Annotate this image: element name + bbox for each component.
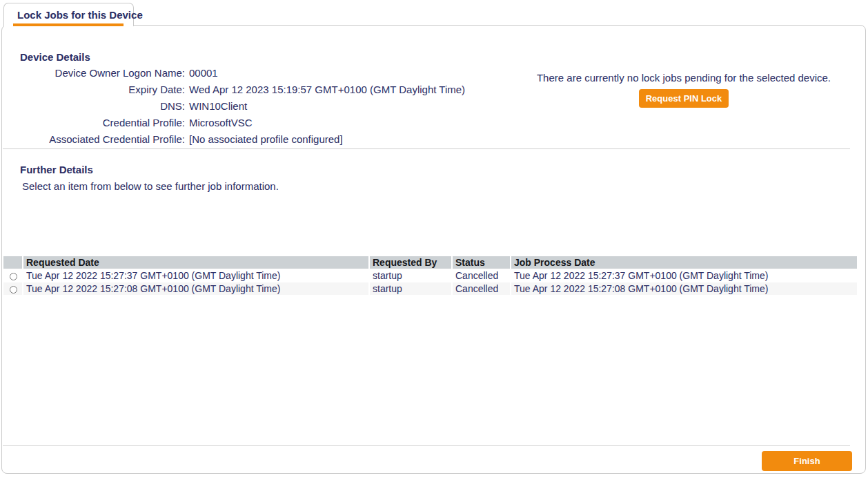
request-pin-lock-button[interactable]: Request PIN Lock xyxy=(639,89,729,108)
detail-value: MicrosoftVSC xyxy=(189,115,253,131)
header-job-process-date: Job Process Date xyxy=(511,256,857,269)
no-lock-jobs-message: There are currently no lock jobs pending… xyxy=(517,72,851,84)
cell-job-process-date: Tue Apr 12 2022 15:27:08 GMT+0100 (GMT D… xyxy=(511,282,857,295)
tab-lock-jobs-for-this-device[interactable]: Lock Jobs for this Device xyxy=(3,3,134,26)
further-details-heading: Further Details xyxy=(20,164,93,175)
row-radio-cell xyxy=(3,282,22,295)
detail-row-associated-credential-profile: Associated Credential Profile: [No assoc… xyxy=(2,131,465,148)
row-radio-cell xyxy=(3,269,22,282)
table-row[interactable]: Tue Apr 12 2022 15:27:08 GMT+0100 (GMT D… xyxy=(3,282,857,295)
cell-requested-by: startup xyxy=(370,282,451,295)
table-row[interactable]: Tue Apr 12 2022 15:27:37 GMT+0100 (GMT D… xyxy=(3,269,857,282)
header-select-column xyxy=(3,256,22,269)
header-status: Status xyxy=(453,256,510,269)
further-details-instruction: Select an item from below to see further… xyxy=(22,180,279,192)
detail-label: Expiry Date: xyxy=(2,81,185,98)
main-panel: Device Details Device Owner Logon Name: … xyxy=(1,25,866,474)
section-divider xyxy=(3,148,850,149)
header-requested-by: Requested By xyxy=(370,256,451,269)
header-requested-date: Requested Date xyxy=(23,256,368,269)
detail-label: Credential Profile: xyxy=(2,115,185,131)
finish-button[interactable]: Finish xyxy=(762,451,852,471)
cell-status: Cancelled xyxy=(453,282,510,295)
pending-jobs-block: There are currently no lock jobs pending… xyxy=(517,72,851,108)
lock-jobs-table: Requested Date Requested By Status Job P… xyxy=(2,256,858,296)
detail-value: 00001 xyxy=(189,65,218,81)
detail-label: Associated Credential Profile: xyxy=(2,131,185,148)
tab-label: Lock Jobs for this Device xyxy=(17,9,143,21)
cell-requested-date: Tue Apr 12 2022 15:27:37 GMT+0100 (GMT D… xyxy=(23,269,368,282)
device-details-list: Device Owner Logon Name: 00001 Expiry Da… xyxy=(2,65,465,148)
detail-row-owner-logon: Device Owner Logon Name: 00001 xyxy=(2,65,465,81)
footer-divider xyxy=(3,445,850,446)
detail-label: DNS: xyxy=(2,98,185,115)
detail-label: Device Owner Logon Name: xyxy=(2,65,185,81)
cell-requested-date: Tue Apr 12 2022 15:27:08 GMT+0100 (GMT D… xyxy=(23,282,368,295)
detail-row-credential-profile: Credential Profile: MicrosoftVSC xyxy=(2,115,465,131)
tab-active-underline xyxy=(13,23,124,26)
detail-row-dns: DNS: WIN10Client xyxy=(2,98,465,115)
device-details-heading: Device Details xyxy=(20,51,90,63)
job-select-radio[interactable] xyxy=(10,273,17,280)
cell-job-process-date: Tue Apr 12 2022 15:27:37 GMT+0100 (GMT D… xyxy=(511,269,857,282)
cell-requested-by: startup xyxy=(370,269,451,282)
table-header-row: Requested Date Requested By Status Job P… xyxy=(3,256,857,269)
detail-value: [No associated profile configured] xyxy=(189,131,343,148)
lock-jobs-screen: Lock Jobs for this Device Device Details… xyxy=(0,0,868,480)
detail-value: WIN10Client xyxy=(189,98,247,115)
detail-value: Wed Apr 12 2023 15:19:57 GMT+0100 (GMT D… xyxy=(189,81,465,98)
job-select-radio[interactable] xyxy=(10,286,17,294)
cell-status: Cancelled xyxy=(453,269,510,282)
detail-row-expiry-date: Expiry Date: Wed Apr 12 2023 15:19:57 GM… xyxy=(2,81,465,98)
